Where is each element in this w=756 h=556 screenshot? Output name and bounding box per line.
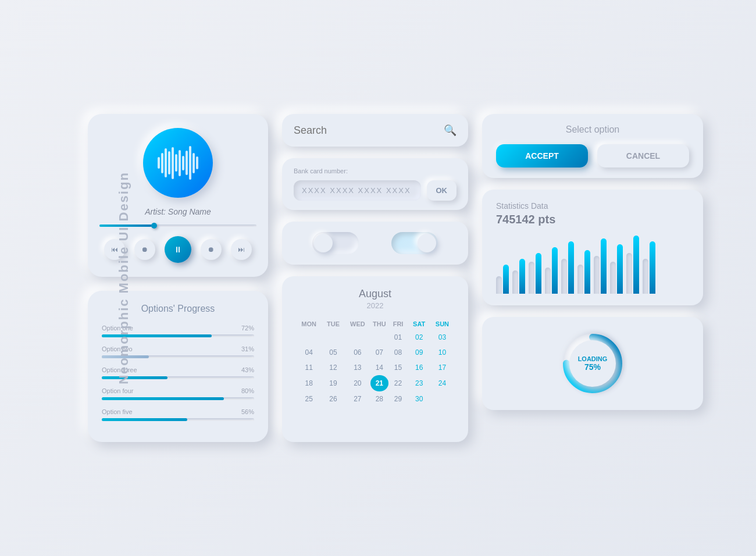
wave-bar bbox=[158, 157, 160, 169]
bar-blue bbox=[584, 250, 590, 294]
bar-light bbox=[496, 276, 502, 294]
toggle-off[interactable] bbox=[312, 232, 359, 254]
cal-day[interactable]: 25 bbox=[296, 391, 322, 407]
stop-button[interactable]: ⏺ bbox=[201, 239, 222, 260]
progress-fill bbox=[99, 224, 155, 227]
loading-label: LOADING bbox=[578, 355, 608, 362]
select-title: Select option bbox=[496, 124, 689, 135]
next-button[interactable]: ⏭ bbox=[231, 239, 252, 260]
toggle-on[interactable] bbox=[391, 232, 438, 254]
ok-button[interactable]: OK bbox=[427, 180, 457, 201]
option-label-4: Option four bbox=[102, 387, 133, 394]
option-track-4 bbox=[102, 397, 254, 400]
cal-day[interactable]: 18 bbox=[296, 375, 322, 391]
cal-day[interactable]: 04 bbox=[296, 345, 322, 360]
stats-value: 745142 pts bbox=[496, 213, 689, 226]
cal-day[interactable]: 03 bbox=[430, 330, 454, 345]
donut-inner: LOADING 75% bbox=[569, 340, 616, 387]
waveform bbox=[158, 145, 198, 180]
cal-day[interactable]: 28 bbox=[370, 391, 388, 407]
cal-day[interactable]: 17 bbox=[430, 360, 454, 375]
cal-day[interactable]: 09 bbox=[408, 345, 430, 360]
cal-day[interactable]: 11 bbox=[296, 360, 322, 375]
cal-day[interactable]: 02 bbox=[408, 330, 430, 345]
wave-bar bbox=[196, 156, 198, 169]
cal-day[interactable]: 30 bbox=[408, 391, 430, 407]
bar-blue bbox=[503, 265, 509, 294]
cal-day[interactable]: 01 bbox=[388, 330, 408, 345]
bar-light bbox=[529, 262, 534, 294]
cal-day[interactable]: 13 bbox=[345, 360, 370, 375]
wave-bar bbox=[182, 156, 184, 170]
bar-chart bbox=[496, 236, 689, 294]
bar-group bbox=[594, 238, 607, 294]
cal-header-sun: SUN bbox=[430, 318, 454, 330]
option-row-5: Option five 56% bbox=[102, 408, 254, 421]
option-pct-4: 80% bbox=[241, 387, 254, 394]
cal-day[interactable] bbox=[370, 330, 388, 345]
cal-day[interactable]: 15 bbox=[388, 360, 408, 375]
cal-day[interactable]: 10 bbox=[430, 345, 454, 360]
bar-blue bbox=[568, 241, 574, 294]
cal-day[interactable]: 20 bbox=[345, 375, 370, 391]
options-progress-card: Options' Progress Option one 72% Option … bbox=[88, 291, 268, 442]
bank-number-field[interactable]: XXXX XXXX XXXX XXXX bbox=[294, 180, 421, 201]
loading-widget: LOADING 75% bbox=[482, 317, 703, 410]
cal-day[interactable]: 27 bbox=[345, 391, 370, 407]
bar-group bbox=[545, 247, 558, 294]
cal-day[interactable]: 26 bbox=[322, 391, 344, 407]
bar-blue bbox=[617, 244, 623, 294]
cal-day[interactable] bbox=[322, 330, 344, 345]
cal-day[interactable]: 29 bbox=[388, 391, 408, 407]
cal-day[interactable]: 05 bbox=[322, 345, 344, 360]
progress-bar-container[interactable] bbox=[99, 224, 256, 227]
search-icon: 🔍 bbox=[444, 124, 457, 137]
play-pause-button[interactable]: ⏸ bbox=[165, 236, 191, 263]
wave-bar bbox=[175, 154, 177, 172]
search-input[interactable] bbox=[294, 124, 444, 137]
page-title: Neomorphic Mobile UI Design bbox=[116, 172, 131, 384]
bar-group bbox=[626, 236, 639, 294]
select-buttons: ACCEPT CANCEL bbox=[496, 144, 689, 167]
bank-card-label: Bank card number: bbox=[294, 167, 457, 174]
cal-day[interactable] bbox=[345, 330, 370, 345]
option-pct-2: 31% bbox=[241, 345, 254, 352]
bar-group bbox=[643, 241, 655, 294]
rewind-button[interactable]: ⏺ bbox=[134, 239, 155, 260]
cal-day[interactable]: 23 bbox=[408, 375, 430, 391]
cancel-button[interactable]: CANCEL bbox=[597, 144, 689, 167]
option-row-4: Option four 80% bbox=[102, 387, 254, 400]
bar-blue bbox=[601, 238, 607, 294]
song-name: Song Name bbox=[168, 207, 211, 216]
calendar-widget: August 2022 MON TUE WED THU FRI SAT SUN bbox=[282, 276, 468, 442]
cal-day[interactable]: 14 bbox=[370, 360, 388, 375]
cal-day[interactable]: 06 bbox=[345, 345, 370, 360]
cal-day[interactable]: 24 bbox=[430, 375, 454, 391]
artist-name: Artist: Song Name bbox=[145, 207, 211, 216]
cal-day[interactable]: 16 bbox=[408, 360, 430, 375]
progress-thumb bbox=[151, 223, 157, 229]
option-track-5 bbox=[102, 418, 254, 421]
option-header-4: Option four 80% bbox=[102, 387, 254, 394]
toggle-thumb-on bbox=[418, 234, 436, 252]
bar-blue bbox=[552, 247, 558, 294]
cal-day[interactable] bbox=[296, 330, 322, 345]
cal-day[interactable]: 08 bbox=[388, 345, 408, 360]
stats-title: Statistics Data bbox=[496, 201, 689, 211]
cal-day[interactable]: 21 bbox=[370, 375, 388, 391]
calendar-month: August bbox=[296, 288, 454, 300]
cal-day[interactable]: 07 bbox=[370, 345, 388, 360]
bar-group bbox=[577, 250, 590, 294]
option-pct-5: 56% bbox=[241, 408, 254, 415]
bar-light bbox=[561, 259, 567, 294]
bar-blue bbox=[650, 241, 655, 294]
cal-day[interactable]: 22 bbox=[388, 375, 408, 391]
cal-day[interactable]: 19 bbox=[322, 375, 344, 391]
cal-day[interactable]: 12 bbox=[322, 360, 344, 375]
bar-group bbox=[512, 259, 525, 294]
wave-bar bbox=[192, 153, 195, 173]
progress-track[interactable] bbox=[99, 224, 256, 227]
accept-button[interactable]: ACCEPT bbox=[496, 144, 588, 167]
bar-blue bbox=[519, 259, 525, 294]
cal-day[interactable] bbox=[430, 391, 454, 407]
